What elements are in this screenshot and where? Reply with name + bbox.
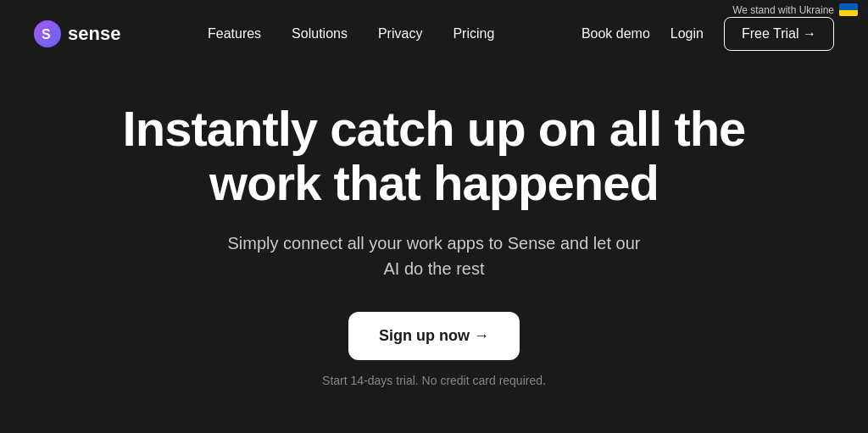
hero-note: Start 14-days trial. No credit card requ… <box>322 374 546 387</box>
nav-item-privacy[interactable]: Privacy <box>378 26 422 42</box>
logo-icon: S <box>34 20 61 47</box>
free-trial-button[interactable]: Free Trial → <box>724 17 834 51</box>
login-link[interactable]: Login <box>670 26 704 42</box>
ukraine-flag-top <box>839 3 858 10</box>
nav-actions: Book demo Login Free Trial → <box>581 17 834 51</box>
hero-subtitle: Simply connect all your work apps to Sen… <box>222 230 646 281</box>
logo[interactable]: S sense <box>34 20 120 47</box>
nav-link-pricing[interactable]: Pricing <box>453 26 494 41</box>
signup-button[interactable]: Sign up now → <box>348 312 520 360</box>
nav-item-features[interactable]: Features <box>208 26 261 42</box>
ukraine-flag-bottom <box>839 10 858 17</box>
logo-text: sense <box>68 23 120 45</box>
ukraine-banner: We stand with Ukraine <box>722 0 868 19</box>
nav-link-solutions[interactable]: Solutions <box>292 26 348 41</box>
ukraine-flag-icon <box>839 3 858 16</box>
book-demo-link[interactable]: Book demo <box>581 26 650 42</box>
nav-links: Features Solutions Privacy Pricing <box>208 26 494 42</box>
hero-title: Instantly catch up on all the work that … <box>103 102 765 210</box>
nav-link-features[interactable]: Features <box>208 26 261 41</box>
nav-link-privacy[interactable]: Privacy <box>378 26 422 41</box>
nav-item-pricing[interactable]: Pricing <box>453 26 494 42</box>
hero-section: Instantly catch up on all the work that … <box>0 85 868 387</box>
svg-text:S: S <box>42 27 51 42</box>
nav-item-solutions[interactable]: Solutions <box>292 26 348 42</box>
ukraine-banner-text: We stand with Ukraine <box>732 4 834 16</box>
